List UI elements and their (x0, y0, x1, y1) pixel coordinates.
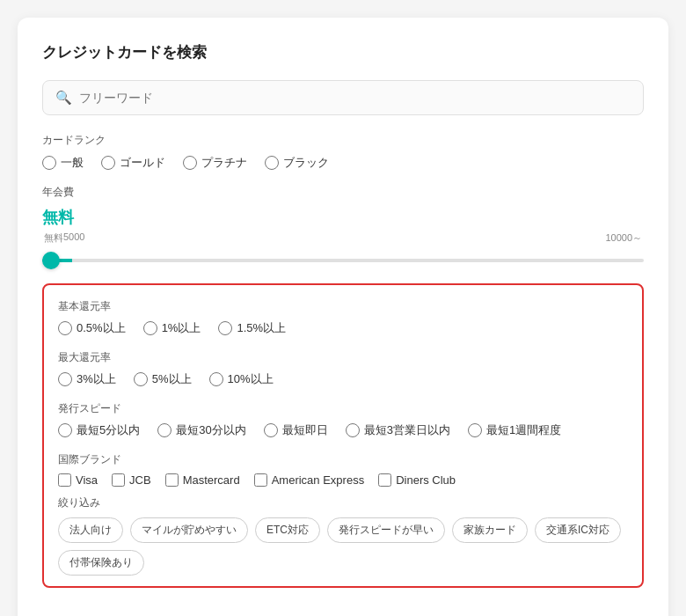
brand-jcb[interactable]: JCB (112, 473, 151, 487)
max-return-5[interactable]: 5%以上 (134, 371, 192, 387)
tag-family[interactable]: 家族カード (452, 517, 528, 543)
max-return-10[interactable]: 10%以上 (209, 371, 274, 387)
rank-option-black[interactable]: ブラック (265, 155, 329, 171)
search-bar: 🔍 (42, 80, 644, 115)
annual-fee-slider-wrapper (42, 250, 644, 266)
brand-diners[interactable]: Diners Club (378, 473, 456, 487)
issue-speed-section: 発行スピード 最短5分以内 最短30分以内 最短即日 最短3営業日以内 最短1週… (58, 401, 628, 438)
max-return-section: 最大還元率 3%以上 5%以上 10%以上 (58, 350, 628, 387)
card-rank-label: カードランク (42, 133, 644, 148)
page-title: クレジットカードを検索 (42, 42, 644, 62)
speed-3business[interactable]: 最短3営業日以内 (346, 422, 450, 438)
issue-speed-group: 最短5分以内 最短30分以内 最短即日 最短3営業日以内 最短1週間程度 (58, 422, 628, 438)
tag-miles[interactable]: マイルが貯めやすい (130, 517, 248, 543)
basic-return-05[interactable]: 0.5%以上 (58, 320, 126, 336)
card-rank-section: カードランク 一般 ゴールド プラチナ ブラック (42, 133, 644, 171)
highlight-section: 基本還元率 0.5%以上 1%以上 1.5%以上 最大還元率 3%以上 (42, 283, 644, 588)
basic-return-15[interactable]: 1.5%以上 (218, 320, 286, 336)
max-return-group: 3%以上 5%以上 10%以上 (58, 371, 628, 387)
rank-option-gold[interactable]: ゴールド (101, 155, 165, 171)
main-card: クレジットカードを検索 🔍 カードランク 一般 ゴールド プラチナ ブラック 年… (18, 18, 668, 616)
speed-30min[interactable]: 最短30分以内 (157, 422, 245, 438)
tags-group: 法人向け マイルが貯めやすい ETC対応 発行スピードが早い 家族カード 交通系… (58, 517, 628, 576)
rank-option-platinum[interactable]: プラチナ (183, 155, 247, 171)
basic-return-1[interactable]: 1%以上 (143, 320, 201, 336)
speed-1week[interactable]: 最短1週間程度 (468, 422, 561, 438)
basic-return-label: 基本還元率 (58, 299, 628, 314)
card-rank-group: 一般 ゴールド プラチナ ブラック (42, 155, 644, 171)
tag-transit[interactable]: 交通系IC対応 (535, 517, 621, 543)
tag-corporate[interactable]: 法人向け (58, 517, 123, 543)
annual-fee-section: 年会費 無料 無料 5000 10000～ (42, 185, 644, 266)
speed-5min[interactable]: 最短5分以内 (58, 422, 140, 438)
brand-mastercard[interactable]: Mastercard (165, 473, 240, 487)
annual-fee-slider[interactable] (42, 259, 644, 262)
intl-brand-label: 国際ブランド (58, 452, 628, 467)
basic-return-group: 0.5%以上 1%以上 1.5%以上 (58, 320, 628, 336)
brand-visa[interactable]: Visa (58, 473, 98, 487)
intl-brand-group: Visa JCB Mastercard American Express Din… (58, 473, 628, 487)
annual-fee-value: 無料 (42, 207, 644, 228)
speed-sameday[interactable]: 最短即日 (264, 422, 328, 438)
intl-brand-section: 国際ブランド Visa JCB Mastercard American Expr… (58, 452, 628, 487)
brand-amex[interactable]: American Express (254, 473, 364, 487)
filter-tags-label: 絞り込み (58, 495, 628, 510)
tag-speed[interactable]: 発行スピードが早い (327, 517, 445, 543)
max-return-label: 最大還元率 (58, 350, 628, 365)
annual-fee-label: 年会費 (42, 185, 644, 200)
issue-speed-label: 発行スピード (58, 401, 628, 416)
search-input[interactable] (79, 91, 631, 105)
tag-insurance[interactable]: 付帯保険あり (58, 550, 144, 576)
tag-etc[interactable]: ETC対応 (255, 517, 320, 543)
slider-labels: 無料 5000 10000～ (42, 231, 644, 245)
filter-tags-section: 絞り込み 法人向け マイルが貯めやすい ETC対応 発行スピードが早い 家族カー… (58, 495, 628, 576)
max-return-3[interactable]: 3%以上 (58, 371, 116, 387)
search-icon: 🔍 (55, 90, 72, 106)
basic-return-section: 基本還元率 0.5%以上 1%以上 1.5%以上 (58, 299, 628, 336)
rank-option-general[interactable]: 一般 (42, 155, 84, 171)
